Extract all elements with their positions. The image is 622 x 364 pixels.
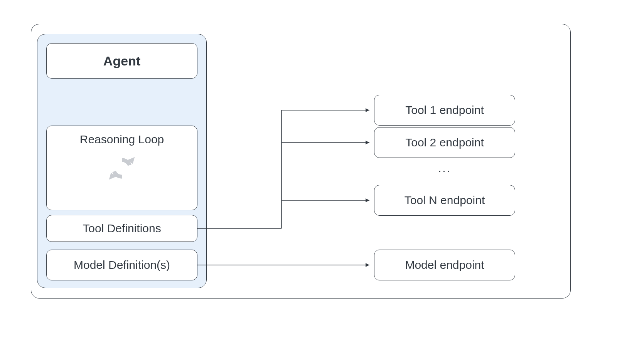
- tool-1-endpoint-label: Tool 1 endpoint: [405, 104, 484, 117]
- tool-2-endpoint-box: Tool 2 endpoint: [374, 127, 515, 158]
- model-definitions-label: Model Definition(s): [74, 258, 170, 272]
- agent-title-box: Agent: [46, 43, 197, 79]
- reasoning-loop-label: Reasoning Loop: [80, 133, 164, 146]
- tool-definitions-box: Tool Definitions: [46, 215, 197, 242]
- refresh-cycle-icon: [106, 153, 137, 184]
- model-endpoint-label: Model endpoint: [405, 258, 484, 272]
- tool-1-endpoint-box: Tool 1 endpoint: [374, 95, 515, 126]
- model-endpoint-box: Model endpoint: [374, 250, 515, 280]
- tool-ellipsis: ...: [374, 162, 515, 175]
- ellipsis-label: ...: [438, 162, 451, 174]
- model-definitions-box: Model Definition(s): [46, 250, 197, 280]
- tool-2-endpoint-label: Tool 2 endpoint: [405, 136, 484, 149]
- tool-n-endpoint-box: Tool N endpoint: [374, 185, 515, 216]
- tool-n-endpoint-label: Tool N endpoint: [405, 194, 485, 207]
- tool-definitions-label: Tool Definitions: [83, 222, 161, 235]
- agent-title-label: Agent: [103, 54, 140, 69]
- reasoning-loop-box: Reasoning Loop: [46, 126, 197, 210]
- diagram-canvas: Agent Reasoning Loop Tool Definitions Mo…: [0, 0, 622, 364]
